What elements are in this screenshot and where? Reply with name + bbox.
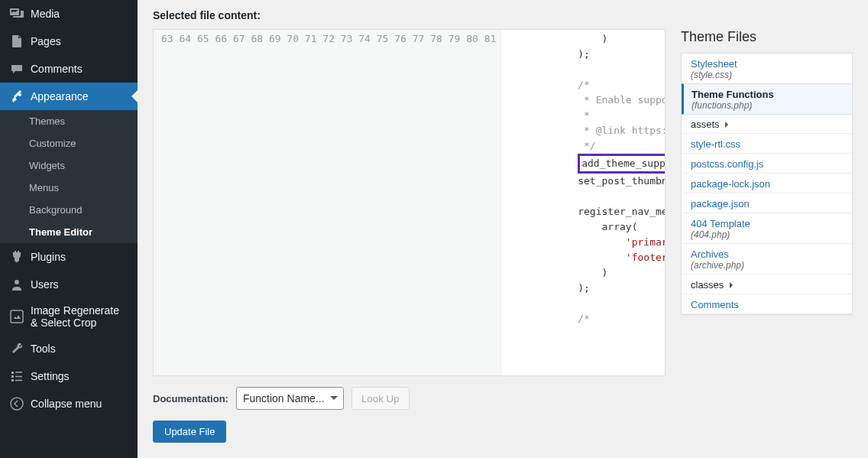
sidebar-item-label: Tools [31,343,56,355]
theme-file-item[interactable]: Archives(archive.php) [682,244,852,274]
svg-rect-5 [11,379,14,382]
svg-rect-2 [15,372,22,373]
appearance-icon [9,89,24,104]
file-subname: (style.css) [691,70,843,80]
settings-icon [9,369,24,384]
update-file-button[interactable]: Update File [153,421,226,443]
theme-files-list[interactable]: Stylesheet(style.css)Theme Functions(fun… [681,53,853,315]
sidebar-item-label: Pages [31,35,61,47]
theme-file-item[interactable]: style-rtl.css [682,134,852,154]
code-editor[interactable]: 63 64 65 66 67 68 69 70 71 72 73 74 75 7… [153,29,666,376]
sidebar-item-pages[interactable]: Pages [0,28,138,55]
line-gutter: 63 64 65 66 67 68 69 70 71 72 73 74 75 7… [154,30,501,375]
chevron-right-icon [730,282,736,288]
theme-files-panel: Theme Files Stylesheet(style.css)Theme F… [681,29,853,443]
sidebar-item-plugins[interactable]: Plugins [0,243,138,271]
file-name: Archives [691,248,729,260]
admin-sidebar: MediaPagesCommentsAppearanceThemesCustom… [0,0,138,458]
file-name: package-lock.json [691,178,770,190]
svg-rect-1 [11,372,14,374]
sidebar-item-label: Image Regenerate & Select Crop [31,304,128,329]
file-name: style-rtl.css [691,138,740,150]
sidebar-item-media[interactable]: Media [0,0,138,28]
file-subname: (functions.php) [691,100,844,111]
pages-icon [9,34,24,49]
image-regen-icon [9,309,24,324]
tools-icon [9,341,24,356]
file-name: classes [691,279,724,291]
documentation-label: Documentation: [153,393,228,404]
collapse-icon [9,396,24,411]
appearance-submenu: ThemesCustomizeWidgetsMenusBackgroundThe… [0,110,138,243]
sidebar-item-users[interactable]: Users [0,271,138,298]
users-icon [9,277,24,292]
file-name: package.json [691,198,750,210]
theme-file-item[interactable]: package.json [682,193,852,213]
sidebar-item-tools[interactable]: Tools [0,335,138,362]
sidebar-item-image-regen[interactable]: Image Regenerate & Select Crop [0,298,138,335]
sidebar-item-label: Collapse menu [31,398,102,410]
submenu-item[interactable]: Menus [0,177,138,199]
file-subname: (404.php) [691,229,843,240]
sidebar-item-label: Comments [31,63,83,75]
submenu-item[interactable]: Themes [0,110,138,132]
lookup-button[interactable]: Look Up [351,387,410,410]
svg-rect-6 [15,380,22,382]
svg-point-7 [11,398,23,410]
sidebar-item-collapse[interactable]: Collapse menu [0,390,138,417]
sidebar-item-comments[interactable]: Comments [0,55,138,83]
file-name: postcss.config.js [691,158,763,170]
sidebar-item-label: Users [31,278,59,291]
file-name: 404 Template [691,218,750,229]
theme-file-item[interactable]: Theme Functions(functions.php) [681,83,853,115]
theme-file-item[interactable]: package-lock.json [682,174,852,193]
theme-file-item[interactable]: postcss.config.js [682,154,852,174]
submenu-item[interactable]: Customize [0,132,138,154]
sidebar-item-label: Plugins [31,251,66,263]
submenu-item[interactable]: Theme Editor [0,221,138,243]
main-content: Selected file content: 63 64 65 66 67 68… [138,0,868,458]
sidebar-item-label: Settings [31,370,70,382]
file-name: Theme Functions [691,89,774,100]
theme-file-item[interactable]: Stylesheet(style.css) [682,54,852,84]
comments-icon [9,61,24,76]
section-title: Selected file content: [153,0,853,29]
sidebar-item-settings[interactable]: Settings [0,362,138,390]
sidebar-item-label: Appearance [31,90,89,102]
svg-rect-3 [11,375,14,378]
submenu-item[interactable]: Widgets [0,154,138,177]
theme-file-item[interactable]: classes [682,274,852,294]
code-content[interactable]: ) ); /* * Enable support for Post Thumbn… [501,30,665,375]
plugins-icon [9,249,24,265]
editor-column: 63 64 65 66 67 68 69 70 71 72 73 74 75 7… [153,29,666,443]
function-name-select[interactable]: Function Name... [236,387,344,410]
svg-rect-0 [11,310,23,323]
theme-files-title: Theme Files [681,29,853,45]
svg-rect-4 [15,376,22,378]
theme-file-item[interactable]: assets [682,114,852,134]
chevron-right-icon [725,122,731,128]
submenu-item[interactable]: Background [0,199,138,221]
sidebar-item-label: Media [31,8,60,20]
documentation-row: Documentation: Function Name... Look Up [153,376,666,421]
file-name: Comments [691,299,739,310]
theme-file-item[interactable]: 404 Template(404.php) [682,213,852,244]
theme-file-item[interactable]: Comments [682,294,852,314]
file-name: assets [691,119,720,130]
media-icon [9,6,24,21]
sidebar-item-appearance[interactable]: Appearance [0,83,138,110]
file-subname: (archive.php) [691,260,843,271]
file-name: Stylesheet [691,58,737,70]
